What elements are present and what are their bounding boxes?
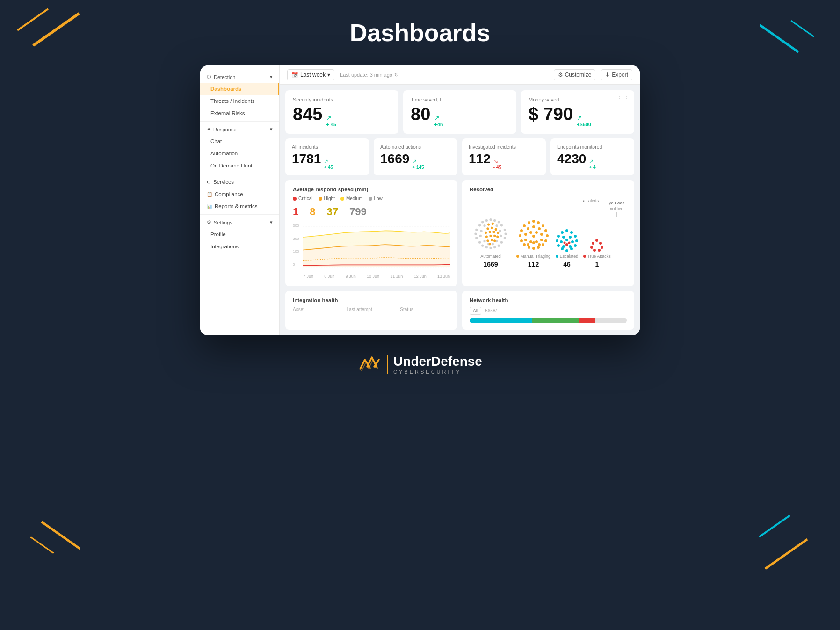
sidebar-item-ondemand[interactable]: On Demand Hunt — [200, 159, 279, 172]
svg-point-71 — [524, 233, 527, 236]
stat-label-investigated: Investigated incidents — [469, 144, 539, 150]
svg-point-56 — [523, 224, 526, 227]
svg-point-90 — [557, 244, 560, 247]
settings-icon: ⚙ — [207, 219, 211, 225]
network-filter-all[interactable]: All — [470, 307, 481, 315]
svg-point-9 — [481, 221, 484, 223]
sidebar-item-integrations[interactable]: Integrations — [200, 240, 279, 253]
kpi-label-money: Money saved — [529, 97, 627, 102]
sidebar-divider-1 — [200, 121, 279, 122]
svg-point-5 — [489, 218, 492, 221]
stat-value-all: 1781 — [292, 152, 321, 167]
export-button[interactable]: ⬇ Export — [601, 69, 632, 80]
calendar-icon: 📅 — [291, 72, 298, 78]
stat-value-row-endpoints: 4230 ↗ + 4 — [557, 152, 628, 170]
kpi-value-time: 80 — [411, 105, 430, 123]
svg-point-55 — [528, 221, 530, 224]
detection-icon: ⬡ — [207, 74, 211, 80]
y-label-300: 300 — [293, 224, 301, 228]
kpi-arrow-security: ↗ — [326, 114, 332, 122]
svg-point-40 — [492, 231, 495, 233]
response-label: Response — [213, 127, 237, 132]
svg-point-7 — [498, 221, 500, 223]
svg-point-20 — [481, 245, 484, 247]
logo-divider — [387, 355, 388, 374]
svg-point-44 — [493, 235, 496, 237]
x-label-13jun: 13 Jun — [437, 274, 450, 279]
svg-point-11 — [500, 224, 503, 226]
svg-point-85 — [574, 235, 577, 238]
x-label-10jun: 10 Jun — [367, 274, 379, 279]
deco-teal-br — [759, 514, 790, 537]
kpi-label-security: Security incidents — [293, 97, 391, 102]
sidebar-item-threats[interactable]: Threats / Incidents — [200, 95, 279, 107]
svg-point-49 — [489, 243, 491, 245]
deco-orange-tl — [32, 12, 80, 47]
bubble-escalated-label: Escalated — [560, 254, 579, 259]
svg-point-74 — [540, 233, 543, 236]
svg-point-51 — [487, 223, 490, 225]
sidebar-section-response[interactable]: ✦ Response ▾ — [200, 123, 279, 135]
sidebar-item-chat[interactable]: Chat — [200, 135, 279, 147]
svg-point-72 — [529, 231, 532, 234]
svg-point-107 — [601, 246, 603, 249]
customize-button[interactable]: ⚙ Customize — [554, 69, 596, 80]
svg-point-105 — [595, 239, 598, 242]
svg-point-68 — [527, 227, 529, 230]
svg-point-12 — [475, 229, 478, 231]
svg-point-87 — [557, 235, 560, 238]
svg-point-52 — [532, 220, 535, 223]
stats-row: All incidents 1781 ↗ + 45 Automated acti… — [285, 138, 634, 175]
sidebar-item-services[interactable]: ⚙ Services — [200, 176, 279, 188]
footer-logo: UnderDefense CYBERSECURITY — [358, 354, 482, 375]
refresh-icon[interactable]: ↻ — [394, 72, 398, 78]
svg-point-15 — [504, 232, 507, 235]
legend-dot-manual — [516, 255, 519, 258]
gear-icon: ⚙ — [558, 72, 563, 78]
date-filter[interactable]: 📅 Last week ▾ — [287, 69, 334, 80]
network-seg-green — [532, 318, 579, 323]
svg-point-61 — [520, 239, 523, 242]
network-filter-row: All 5658/ — [470, 307, 627, 315]
chart-val-low: 799 — [349, 206, 367, 218]
svg-point-67 — [532, 247, 535, 250]
sidebar-item-profile[interactable]: Profile — [200, 228, 279, 240]
svg-point-26 — [495, 224, 498, 227]
x-label-7jun: 7 Jun — [303, 274, 313, 279]
stat-change-endpoints: ↗ + 4 — [589, 158, 595, 170]
network-health-bar — [470, 318, 627, 323]
sidebar-item-dashboards[interactable]: Dashboards — [200, 83, 279, 95]
topbar: 📅 Last week ▾ Last update: 3 min ago ↻ ⚙… — [280, 65, 640, 85]
kpi-card-time-saved: Time saved, h 80 ↗ +4h — [403, 90, 516, 134]
sidebar-item-compliance[interactable]: 📋 Compliance — [200, 188, 279, 200]
svg-point-25 — [483, 224, 485, 227]
svg-point-6 — [493, 219, 496, 222]
svg-point-104 — [568, 242, 571, 244]
svg-point-75 — [524, 239, 527, 241]
network-health-title: Network health — [470, 297, 627, 303]
network-seg-gray — [595, 318, 627, 323]
col-last-attempt: Last attempt — [347, 307, 397, 312]
chevron-down-icon: ▾ — [327, 72, 330, 78]
chart-val-high: 8 — [310, 206, 315, 218]
sidebar-item-external-risks[interactable]: External Risks — [200, 107, 279, 119]
svg-point-65 — [528, 246, 530, 249]
sidebar-item-automation[interactable]: Automation — [200, 147, 279, 159]
svg-point-16 — [475, 237, 478, 239]
svg-point-111 — [598, 249, 601, 252]
chart-row: Average respond speed (min) Critical Hig… — [285, 180, 634, 286]
sidebar-section-detection[interactable]: ⬡ Detection ▾ — [200, 71, 279, 83]
svg-point-83 — [565, 229, 568, 232]
sidebar-item-reports[interactable]: 📊 Reports & metrics — [200, 200, 279, 212]
stat-card-automated-actions: Automated actions 1669 ↗ + 145 — [374, 138, 457, 175]
svg-point-96 — [569, 236, 572, 239]
svg-point-34 — [492, 243, 494, 245]
table-header: Asset Last attempt Status — [293, 307, 450, 314]
svg-point-102 — [565, 243, 568, 246]
svg-point-29 — [479, 235, 482, 237]
svg-point-35 — [486, 227, 489, 230]
sidebar-section-settings[interactable]: ⚙ Settings ▾ — [200, 217, 279, 228]
kpi-value-row-money: $ 790 ↗ +$600 — [529, 105, 627, 127]
bubble-manual-value: 112 — [528, 261, 539, 268]
svg-point-94 — [565, 249, 568, 252]
